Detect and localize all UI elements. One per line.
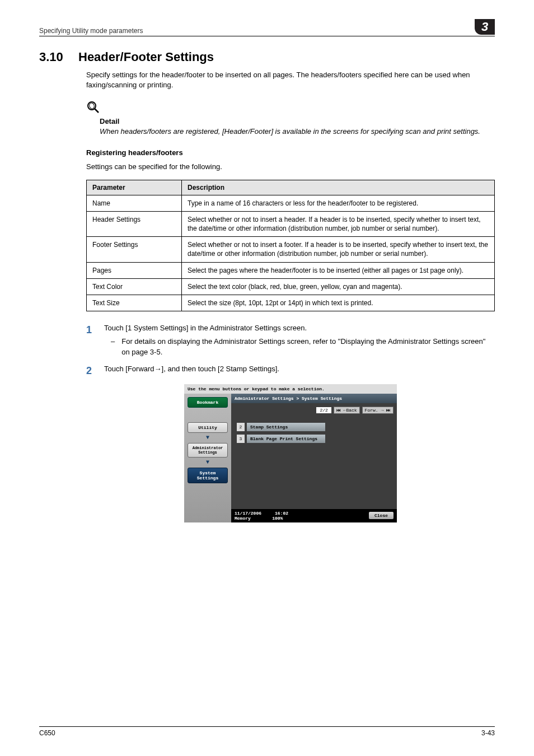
section-number: 3.10: [39, 50, 68, 64]
svg-point-1: [88, 102, 95, 110]
step-text: Touch [1 System Settings] in the Adminis…: [104, 324, 307, 332]
dash-icon: –: [111, 336, 115, 358]
utility-button[interactable]: Utility: [188, 422, 228, 433]
menu-label: Stamp Settings: [247, 423, 325, 431]
status-bar: 11/17/2006 16:02 Memory 100% Close: [231, 509, 397, 522]
ss-sidebar: Bookmark Utility ▼ Administrator Setting…: [184, 394, 231, 522]
breadcrumb: Administrator Settings > System Settings: [231, 394, 397, 403]
ss-instruction: Use the menu buttons or keypad to make a…: [184, 384, 397, 394]
menu-label: Blank Page Print Settings: [247, 435, 325, 443]
table-row: PagesSelect the pages where the header/f…: [87, 262, 495, 278]
forward-button[interactable]: Forw. → ⏭: [362, 407, 394, 414]
subintro: Settings can be specified for the follow…: [86, 162, 495, 171]
th-parameter: Parameter: [87, 180, 182, 195]
step-subtext: For details on displaying the Administra…: [121, 336, 495, 358]
section-title: Header/Footer Settings: [78, 50, 214, 64]
detail-label: Detail: [100, 117, 495, 125]
svg-line-2: [95, 109, 99, 113]
menu-number: 3: [237, 435, 245, 443]
step-number: 2: [86, 363, 94, 379]
footer-left: C650: [39, 729, 55, 737]
status-percent: 100%: [272, 516, 283, 521]
step-1: 1 Touch [1 System Settings] in the Admin…: [86, 323, 495, 358]
menu-item-stamp[interactable]: 2 Stamp Settings: [237, 423, 391, 431]
th-description: Description: [182, 180, 495, 195]
step-number: 1: [86, 323, 94, 358]
close-button[interactable]: Close: [369, 512, 394, 519]
table-row: Text SizeSelect the size (8pt, 10pt, 12p…: [87, 295, 495, 311]
subheading: Registering headers/footers: [86, 148, 495, 157]
arrow-down-icon: ▼: [206, 461, 209, 464]
table-row: Footer SettingsSelect whether or not to …: [87, 237, 495, 262]
embedded-screenshot: Use the menu buttons or keypad to make a…: [184, 384, 397, 522]
pager: 2/2 ⏮ ←Back Forw. → ⏭: [231, 403, 397, 417]
step-text: Touch [Forward→], and then touch [2 Stam…: [104, 365, 279, 373]
magnifier-icon: [86, 100, 495, 115]
table-row: NameType in a name of 16 characters or l…: [87, 195, 495, 211]
page-rule-header: Specifying Utility mode parameters 3: [39, 19, 495, 36]
back-button[interactable]: ⏮ ←Back: [334, 407, 360, 414]
parameter-table: Parameter Description NameType in a name…: [86, 180, 495, 312]
section-heading: 3.10 Header/Footer Settings: [39, 50, 495, 64]
table-row: Header SettingsSelect whether or not to …: [87, 211, 495, 236]
detail-text: When headers/footers are registered, [He…: [100, 127, 495, 137]
admin-settings-button[interactable]: Administrator Settings: [188, 443, 228, 458]
menu-number: 2: [237, 423, 245, 431]
footer-right: 3-43: [481, 729, 495, 737]
page-indicator: 2/2: [316, 407, 331, 413]
status-date: 11/17/2006: [235, 511, 261, 516]
page-footer: C650 3-43: [39, 726, 495, 737]
system-settings-button[interactable]: System Settings: [188, 468, 228, 483]
status-memory: Memory: [235, 516, 251, 521]
status-time: 16:02: [275, 511, 288, 516]
menu-item-blank-page[interactable]: 3 Blank Page Print Settings: [237, 435, 391, 443]
bookmark-button[interactable]: Bookmark: [188, 397, 228, 408]
table-row: Text ColorSelect the text color (black, …: [87, 278, 495, 295]
intro-paragraph: Specify settings for the header/footer t…: [86, 70, 495, 90]
chapter-badge: 3: [475, 19, 495, 35]
header-left: Specifying Utility mode parameters: [39, 27, 143, 35]
step-2: 2 Touch [Forward→], and then touch [2 St…: [86, 363, 495, 379]
arrow-down-icon: ▼: [206, 436, 209, 440]
